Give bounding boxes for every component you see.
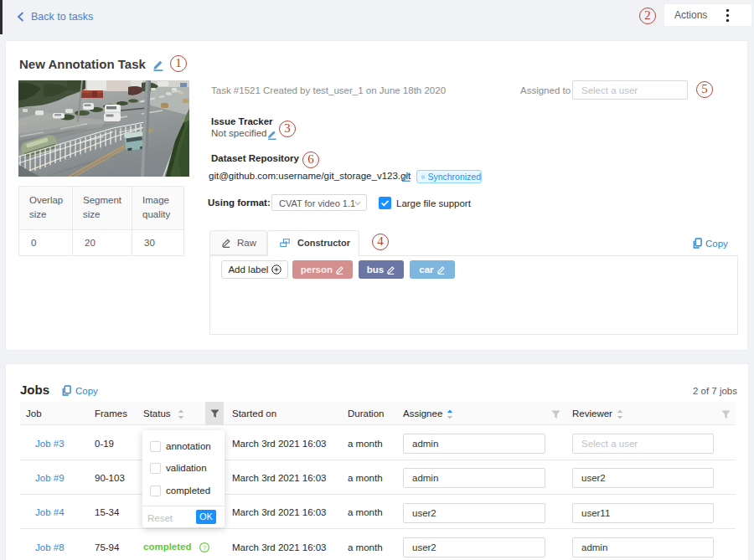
svg-text:?: ? [203, 544, 206, 552]
